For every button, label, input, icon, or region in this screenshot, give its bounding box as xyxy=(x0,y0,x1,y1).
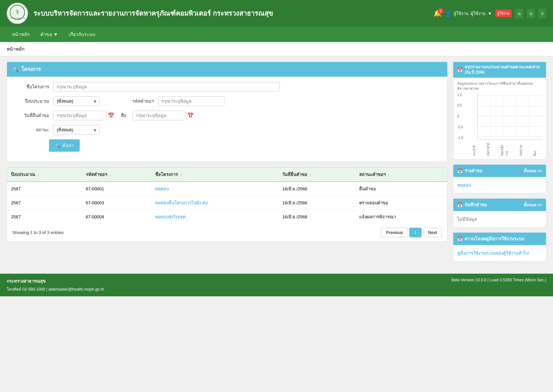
chart-subtitle: ข้อมูลงบประมาณจากโครงการที่ยื่นเข้ามาทั้… xyxy=(457,81,542,91)
submit-date-label: วันที่ยื่นคำขอ xyxy=(12,112,49,119)
col-budget-year[interactable]: ปีงบประมาณ ↕ xyxy=(7,168,82,182)
summary-chart-widget: 📅 สรุปรายงานงบประมาณคำขอตามแหล่งจ่ายเงิน… xyxy=(453,62,546,160)
svg-text:⚕: ⚕ xyxy=(16,8,19,16)
cell-status-0: ยื่นคำขอ xyxy=(355,182,447,196)
nav-request-label: คำขอ xyxy=(40,31,52,38)
nav-n2-button[interactable]: น xyxy=(527,9,535,18)
sort-icon-request-code: ↕ xyxy=(110,173,111,177)
chart-svg xyxy=(478,93,542,139)
budget-year-label: ปีงบประมาณ xyxy=(12,98,49,105)
cell-budget-year-1: 2567 xyxy=(7,196,82,210)
page-title: ระบบบริหารจัดการและรายงานการจัดหาครุภัณฑ… xyxy=(33,8,273,19)
y-label-3: 0 xyxy=(457,115,463,118)
logo-icon: ⚕ MINISTRY OF PUBLIC HEALTH xyxy=(9,4,25,22)
submit-date-to-input[interactable] xyxy=(132,111,186,120)
chart-container: 1.0 0.5 0 -0.5 -1.0 xyxy=(467,93,542,140)
project-name-label: ชื่อโครงการ xyxy=(12,83,49,90)
footer-version: Beta Version 10.0.0 | Load 0.5358 Times … xyxy=(451,278,546,282)
nav-request[interactable]: คำขอ ▼ xyxy=(35,27,63,42)
sort-icon-submit-date: ↕ xyxy=(310,173,312,177)
search-button[interactable]: 🔍 ค้นหา xyxy=(49,139,80,152)
download-manual-item-0[interactable]: คู่มือการใช้งานระบบของผู้ใช้งานทั่วไป xyxy=(457,248,542,258)
saved-request-no-data: ไม่มีข้อมูล xyxy=(457,214,542,224)
budget-year-select[interactable]: (ทั้งหมด) xyxy=(53,96,100,106)
saved-request-header: 📅 บันทึกคำขอ ทั้งหมด >> xyxy=(453,199,546,211)
search-title: โครงการ xyxy=(21,65,41,73)
form-row-project-name: ชื่อโครงการ xyxy=(12,82,442,92)
x-label-5: อื่นๆ xyxy=(533,141,537,156)
sort-icon-project-name: ↕ xyxy=(180,173,182,177)
notification-badge: 5 xyxy=(438,8,444,14)
x-label-3: เงินเหลือราย xyxy=(500,141,509,156)
nav-n3-button[interactable]: ก xyxy=(538,9,546,18)
pagination-buttons: Previous 1 Next xyxy=(381,228,442,237)
results-table: ปีงบประมาณ ↕ รหัสคำขอฯ ↕ ชื่อโครงการ ↕ xyxy=(7,168,447,224)
search-box: 🔍 โครงการ ชื่อโครงการ ปีงบประมาณ (ทั้งหม… xyxy=(7,62,448,162)
download-manual-title-wrap: 📅 ดาวนโหลดคู่มือการใช้งานระบบ xyxy=(457,235,524,242)
navbar: หน้าหลัก คำขอ ▼ เกี่ยวกับระบบ xyxy=(0,27,553,42)
cell-submit-date-1: 16/มิ.ย./2566 xyxy=(278,196,355,210)
cell-project-name-0[interactable]: ทดสอบ xyxy=(151,182,279,196)
sort-icon-status: ↕ xyxy=(388,173,390,177)
search-body: ชื่อโครงการ ปีงบประมาณ (ทั้งหมด) ▼ รหัสค… xyxy=(7,77,447,162)
footer-contact: โทรศัพท์ 02-590-1000 | webmaster@health.… xyxy=(7,286,104,292)
nav-n1-button[interactable]: น xyxy=(515,9,523,18)
summary-chart-body: ข้อมูลงบประมาณจากโครงการที่ยื่นเข้ามาทั้… xyxy=(453,78,546,159)
cell-request-code-1: 67-00003 xyxy=(82,196,151,210)
user-label: ผู้ใช้งาน xyxy=(454,10,469,17)
to-label: ถึง xyxy=(118,112,128,119)
calendar-from-icon[interactable]: 📅 xyxy=(108,112,114,119)
col-status[interactable]: สถานะคำขอฯ ↕ xyxy=(355,168,447,182)
saved-request-body: ไม่มีข้อมูล xyxy=(453,211,546,227)
saved-request-title-wrap: 📅 บันทึกคำขอ xyxy=(457,201,487,208)
submit-date-from-wrap: 📅 xyxy=(53,111,114,120)
cell-project-name-1[interactable]: ทดสอบยื่นโครงการไปยัง สป. xyxy=(151,196,279,210)
saved-request-calendar-icon: 📅 xyxy=(457,202,463,207)
draft-request-item-0[interactable]: ทดสอบ xyxy=(457,180,542,190)
col-project-name[interactable]: ชื่อโครงการ ↕ xyxy=(151,168,279,182)
col-request-code[interactable]: รหัสคำขอฯ ↕ xyxy=(82,168,151,182)
request-code-label: รหัสคำขอฯ xyxy=(117,98,154,105)
cell-project-name-2[interactable]: ทดสอบส่งไปเขต xyxy=(151,210,279,224)
cell-status-1: ตรวจสอบคำขอ xyxy=(355,196,447,210)
request-code-input[interactable] xyxy=(158,96,224,106)
pagination-bar: Showing 1 to 3 of 3 entries Previous 1 N… xyxy=(7,224,447,241)
submit-date-from-input[interactable] xyxy=(53,111,106,120)
saved-request-all-link[interactable]: ทั้งหมด >> xyxy=(524,202,542,208)
nav-about[interactable]: เกี่ยวกับระบบ xyxy=(63,27,101,42)
page-1-button[interactable]: 1 xyxy=(409,228,422,237)
form-row-button: 🔍 ค้นหา xyxy=(49,139,442,152)
x-label-1: ประจำปี xyxy=(472,141,477,156)
summary-chart-title: สรุปรายงานงบประมาณคำขอตามแหล่งจ่ายเงิน ป… xyxy=(465,65,542,75)
user-menu-button[interactable]: 👤 ผู้ใช้งาน ผู้ใช้งาน▼ xyxy=(445,10,492,17)
saved-request-widget: 📅 บันทึกคำขอ ทั้งหมด >> ไม่มีข้อมูล xyxy=(453,198,546,228)
y-label-5: -1.0 xyxy=(457,136,463,140)
form-row-date: วันที่ยื่นคำขอ 📅 ถึง 📅 xyxy=(12,111,442,120)
status-select-wrap: (ทั้งหมด) ▼ xyxy=(53,125,100,135)
nav-home[interactable]: หน้าหลัก xyxy=(7,27,35,42)
user-icon: 👤 xyxy=(445,10,452,17)
previous-button[interactable]: Previous xyxy=(381,228,408,237)
calendar-to-icon[interactable]: 📅 xyxy=(187,112,194,119)
notification-button[interactable]: 🔔 5 xyxy=(433,9,442,17)
cell-status-2: แจ้งผลการพิจารณา xyxy=(355,210,447,224)
cell-submit-date-2: 16/มิ.ย./2566 xyxy=(278,210,355,224)
form-row-status: สถานะ (ทั้งหมด) ▼ xyxy=(12,125,442,135)
submit-date-to-wrap: 📅 xyxy=(132,111,194,120)
form-row-budget-code: ปีงบประมาณ (ทั้งหมด) ▼ รหัสคำขอฯ xyxy=(12,96,442,106)
search-btn-label: ค้นหา xyxy=(62,142,74,149)
download-manual-title: ดาวนโหลดคู่มือการใช้งานระบบ xyxy=(465,235,524,242)
col-submit-date[interactable]: วันที่ยื่นคำขอ ↕ xyxy=(278,168,355,182)
sort-icon-budget-year: ↕ xyxy=(38,173,39,177)
status-select[interactable]: (ทั้งหมด) xyxy=(53,125,100,135)
draft-request-widget: 📅 ร่างคำขอ ทั้งหมด >> ทดสอบ xyxy=(453,164,546,194)
cell-budget-year-0: 2567 xyxy=(7,182,82,196)
chart-y-labels: 1.0 0.5 0 -0.5 -1.0 xyxy=(457,93,463,140)
draft-request-all-link[interactable]: ทั้งหมด >> xyxy=(524,168,542,174)
y-label-2: 0.5 xyxy=(457,104,463,107)
next-button[interactable]: Next xyxy=(423,228,442,237)
pagination-info: Showing 1 to 3 of 3 entries xyxy=(12,230,64,235)
cell-request-code-0: 67-00001 xyxy=(82,182,151,196)
project-name-input[interactable] xyxy=(53,82,280,92)
status-label: สถานะ xyxy=(12,126,49,133)
